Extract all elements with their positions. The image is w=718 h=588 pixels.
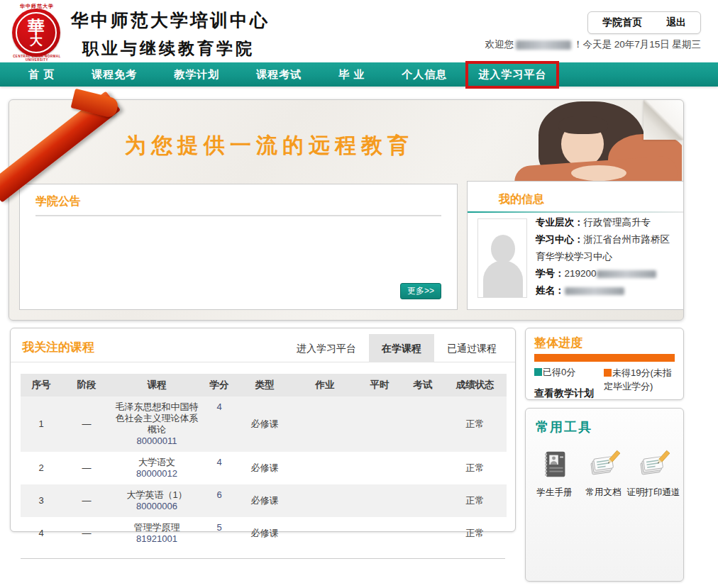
col-status: 成绩状态: [443, 374, 507, 396]
cell-status: 正常: [443, 396, 507, 452]
nav-item-home[interactable]: 首 页: [10, 62, 73, 87]
seal-characters: 華 大: [16, 12, 57, 53]
university-logo: 华中师范大学 華 大 CENTRAL CHINA NORMAL UNIVERSI…: [9, 4, 65, 60]
college-home-link[interactable]: 学院首页: [602, 16, 642, 29]
hero-banner-container: 为您提供一流的远程教育 学院公告 更多>> 我的信息 专业层次：行政管理高升专 …: [9, 99, 684, 321]
cell-type: 必修课: [236, 517, 293, 550]
field-student-id-label: 学号：: [536, 268, 565, 279]
cell-credits: 4: [202, 396, 236, 418]
cell-exam: [402, 517, 443, 550]
logout-link[interactable]: 退出: [666, 16, 686, 29]
legend-remaining: 未得19分(未指定毕业学分): [604, 366, 675, 400]
nav-item-learning-platform[interactable]: 进入学习平台: [465, 61, 559, 89]
more-announcements-button[interactable]: 更多>>: [400, 283, 441, 299]
seal-char-2: 大: [30, 34, 43, 47]
tool-student-handbook[interactable]: 学生手册: [530, 448, 579, 499]
table-row: 1 — 毛泽东思想和中国特色社会主义理论体系概论80000011 4 必修课 正…: [21, 396, 507, 452]
progress-title: 整体进度: [534, 335, 675, 351]
tool-label: 证明打印通道: [627, 487, 680, 499]
photo-fringe: [558, 116, 608, 134]
my-info-divider: [468, 211, 683, 213]
tool-certificate-print[interactable]: 证明打印通道: [628, 448, 679, 499]
my-info-fields: 专业层次：行政管理高升专 学习中心：浙江省台州市路桥区育华学校学习中心 学号：2…: [536, 214, 678, 299]
tab-passed-courses[interactable]: 已通过课程: [434, 334, 509, 362]
nav-item-personal-info[interactable]: 个人信息: [383, 62, 465, 87]
courses-tabs: 进入学习平台 在学课程 已通过课程: [284, 334, 509, 362]
avatar: [477, 218, 527, 298]
earned-swatch-icon: [534, 368, 542, 376]
col-regular: 平时: [357, 374, 402, 396]
announcements-title: 学院公告: [35, 194, 441, 209]
university-seal-icon: 華 大: [12, 9, 60, 57]
field-center-label: 学习中心：: [536, 234, 584, 245]
main-nav: 首 页 课程免考 教学计划 课程考试 毕 业 个人信息 进入学习平台: [0, 62, 718, 87]
nav-item-course-exam[interactable]: 课程考试: [238, 62, 320, 87]
table-bottom-divider: [21, 558, 505, 559]
courses-header: 我关注的课程 进入学习平台 在学课程 已通过课程: [11, 328, 515, 362]
course-code: 80000012: [113, 468, 201, 479]
nav-item-course-exemption[interactable]: 课程免考: [73, 62, 155, 87]
avatar-head: [491, 235, 515, 263]
cell-course: 大学英语（1）80000006: [111, 484, 202, 517]
cell-type: 必修课: [236, 484, 293, 517]
cell-homework: [293, 452, 357, 484]
cell-status: 正常: [443, 517, 507, 550]
cell-course: 管理学原理81921001: [111, 517, 202, 550]
nav-item-graduation[interactable]: 毕 业: [320, 62, 383, 87]
welcome-prefix: 欢迎您: [485, 38, 514, 51]
cell-credits: 5: [202, 517, 236, 538]
col-exam: 考试: [402, 374, 443, 396]
course-name: 毛泽东思想和中国特色社会主义理论体系概论: [116, 401, 199, 435]
tools-row: 学生手册 常用文档: [526, 438, 683, 499]
cell-course: 大学语文80000012: [111, 452, 202, 484]
course-code: 81921001: [113, 533, 201, 545]
cell-stage: —: [62, 484, 111, 517]
earned-label: 已得0分: [543, 367, 575, 377]
my-info-title: 我的信息: [499, 192, 683, 207]
redacted-student-id: [597, 270, 656, 278]
tab-enter-learning-platform[interactable]: 进入学习平台: [284, 334, 369, 362]
tool-label: 常用文档: [586, 487, 622, 499]
certificate-print-icon: [637, 448, 670, 481]
tool-common-documents[interactable]: 常用文档: [579, 448, 628, 499]
cell-regular: [357, 517, 402, 550]
common-tools-panel: 常用工具 学生手册: [525, 408, 684, 582]
field-student-id: 学号：219200: [536, 265, 678, 282]
col-stage: 阶段: [62, 374, 111, 396]
cell-seq: 4: [21, 517, 62, 550]
overall-progress-panel: 整体进度 已得0分 查看教学计划 未得19分(未指定毕业学分): [525, 328, 684, 400]
cell-course: 毛泽东思想和中国特色社会主义理论体系概论80000011: [111, 396, 202, 452]
legend-earned: 已得0分: [534, 366, 604, 379]
nav-item-teaching-plan[interactable]: 教学计划: [155, 62, 238, 87]
cell-homework: [293, 517, 357, 550]
site-title-line1: 华中师范大学培训中心: [71, 9, 270, 32]
cell-regular: [357, 452, 402, 484]
courses-title: 我关注的课程: [22, 339, 94, 355]
cell-seq: 3: [21, 484, 62, 517]
field-student-id-value: 219200: [565, 268, 597, 279]
cell-status: 正常: [443, 452, 507, 484]
remaining-swatch-icon: [604, 369, 612, 377]
field-name: 姓名：: [536, 282, 678, 299]
cell-exam: [402, 452, 443, 484]
cell-type: 必修课: [236, 396, 293, 452]
field-level: 专业层次：行政管理高升专: [536, 214, 678, 231]
field-center: 学习中心：浙江省台州市路桥区育华学校学习中心: [536, 231, 678, 265]
banner-slogan: 为您提供一流的远程教育: [125, 131, 414, 160]
redacted-user-name: [516, 40, 571, 50]
course-code: 80000006: [113, 501, 201, 512]
my-info-panel: 我的信息 专业层次：行政管理高升专 学习中心：浙江省台州市路桥区育华学校学习中心…: [467, 181, 684, 310]
progress-bar: [534, 354, 675, 362]
cell-stage: —: [62, 452, 111, 484]
cell-exam: [402, 396, 443, 452]
view-teaching-plan-link[interactable]: 查看教学计划: [534, 387, 594, 400]
cell-regular: [357, 484, 402, 517]
field-name-label: 姓名：: [536, 285, 565, 296]
cell-homework: [293, 484, 357, 517]
table-row: 4 — 管理学原理81921001 5 必修课 正常: [21, 517, 507, 550]
course-name: 大学英语（1）: [126, 489, 187, 500]
announcements-divider: [35, 215, 441, 216]
remaining-label: 未得19分(未指定毕业学分): [604, 367, 672, 392]
progress-legend: 已得0分 查看教学计划 未得19分(未指定毕业学分): [534, 366, 675, 400]
tab-current-courses[interactable]: 在学课程: [369, 334, 434, 362]
